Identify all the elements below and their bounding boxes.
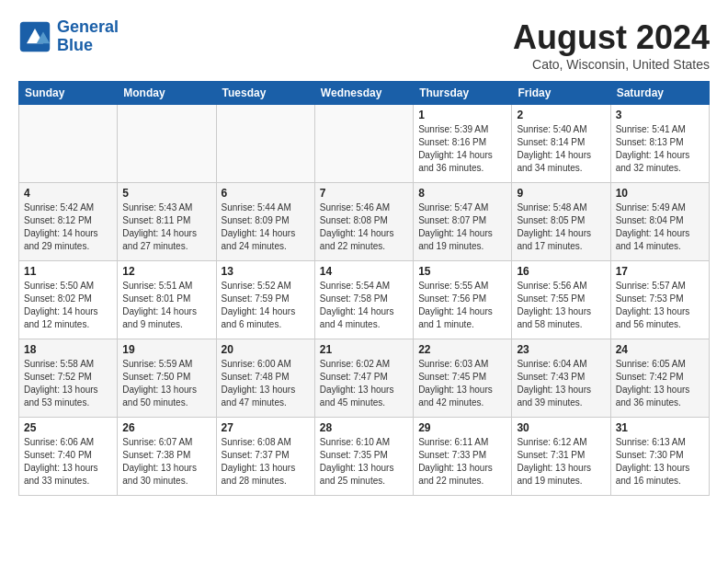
calendar-cell: 16Sunrise: 5:56 AM Sunset: 7:55 PM Dayli… (512, 261, 610, 339)
day-number: 19 (122, 343, 210, 356)
day-number: 11 (24, 265, 112, 278)
day-number: 7 (320, 187, 408, 200)
calendar-cell: 11Sunrise: 5:50 AM Sunset: 8:02 PM Dayli… (19, 261, 118, 339)
calendar-cell: 20Sunrise: 6:00 AM Sunset: 7:48 PM Dayli… (216, 339, 314, 418)
calendar-cell: 9Sunrise: 5:48 AM Sunset: 8:05 PM Daylig… (512, 183, 610, 261)
day-info: Sunrise: 5:42 AM Sunset: 8:12 PM Dayligh… (24, 201, 112, 253)
day-number: 10 (616, 187, 704, 200)
day-number: 1 (418, 109, 506, 121)
day-info: Sunrise: 6:12 AM Sunset: 7:31 PM Dayligh… (517, 436, 605, 488)
day-number: 29 (418, 421, 506, 434)
day-info: Sunrise: 6:10 AM Sunset: 7:35 PM Dayligh… (320, 436, 408, 488)
calendar-cell: 29Sunrise: 6:11 AM Sunset: 7:33 PM Dayli… (414, 418, 512, 496)
day-number: 15 (418, 265, 506, 278)
day-info: Sunrise: 5:43 AM Sunset: 8:11 PM Dayligh… (122, 201, 210, 253)
calendar-cell: 7Sunrise: 5:46 AM Sunset: 8:08 PM Daylig… (314, 183, 413, 261)
day-number: 4 (24, 187, 112, 200)
day-info: Sunrise: 5:41 AM Sunset: 8:13 PM Dayligh… (616, 123, 704, 175)
day-info: Sunrise: 5:44 AM Sunset: 8:09 PM Dayligh… (222, 201, 310, 253)
logo: General Blue (18, 18, 119, 55)
weekday-header-friday: Friday (512, 82, 610, 105)
day-info: Sunrise: 6:00 AM Sunset: 7:48 PM Dayligh… (222, 358, 310, 409)
day-info: Sunrise: 5:48 AM Sunset: 8:05 PM Dayligh… (517, 201, 605, 253)
day-number: 5 (122, 187, 210, 200)
day-info: Sunrise: 6:03 AM Sunset: 7:45 PM Dayligh… (418, 358, 506, 409)
day-number: 24 (616, 343, 704, 356)
day-info: Sunrise: 6:05 AM Sunset: 7:42 PM Dayligh… (616, 358, 704, 409)
day-info: Sunrise: 5:55 AM Sunset: 7:56 PM Dayligh… (418, 280, 506, 331)
calendar-cell (216, 105, 314, 183)
logo-line2: Blue (57, 36, 93, 54)
calendar-cell: 5Sunrise: 5:43 AM Sunset: 8:11 PM Daylig… (118, 183, 216, 261)
weekday-header-thursday: Thursday (414, 82, 512, 105)
location: Cato, Wisconsin, United States (513, 57, 710, 72)
day-number: 30 (517, 421, 605, 434)
day-info: Sunrise: 5:50 AM Sunset: 8:02 PM Dayligh… (24, 280, 112, 331)
day-number: 13 (222, 265, 310, 278)
day-number: 25 (24, 421, 112, 434)
day-info: Sunrise: 5:59 AM Sunset: 7:50 PM Dayligh… (122, 358, 210, 409)
calendar-cell: 24Sunrise: 6:05 AM Sunset: 7:42 PM Dayli… (610, 339, 709, 418)
calendar-cell (19, 105, 118, 183)
calendar-cell: 30Sunrise: 6:12 AM Sunset: 7:31 PM Dayli… (512, 418, 610, 496)
calendar-cell: 19Sunrise: 5:59 AM Sunset: 7:50 PM Dayli… (118, 339, 216, 418)
month-year: August 2024 (513, 18, 710, 57)
calendar-cell: 3Sunrise: 5:41 AM Sunset: 8:13 PM Daylig… (610, 105, 709, 183)
calendar-cell: 10Sunrise: 5:49 AM Sunset: 8:04 PM Dayli… (610, 183, 709, 261)
day-info: Sunrise: 5:39 AM Sunset: 8:16 PM Dayligh… (418, 123, 506, 175)
calendar-cell: 21Sunrise: 6:02 AM Sunset: 7:47 PM Dayli… (314, 339, 413, 418)
day-number: 20 (222, 343, 310, 356)
day-number: 17 (616, 265, 704, 278)
day-number: 16 (517, 265, 605, 278)
day-number: 22 (418, 343, 506, 356)
page-header: General Blue August 2024 Cato, Wisconsin… (18, 18, 710, 72)
calendar-cell: 13Sunrise: 5:52 AM Sunset: 7:59 PM Dayli… (216, 261, 314, 339)
day-info: Sunrise: 6:11 AM Sunset: 7:33 PM Dayligh… (418, 436, 506, 488)
weekday-header-tuesday: Tuesday (216, 82, 314, 105)
calendar-cell: 15Sunrise: 5:55 AM Sunset: 7:56 PM Dayli… (414, 261, 512, 339)
day-info: Sunrise: 5:46 AM Sunset: 8:08 PM Dayligh… (320, 201, 408, 253)
calendar-cell: 18Sunrise: 5:58 AM Sunset: 7:52 PM Dayli… (19, 339, 118, 418)
day-info: Sunrise: 5:57 AM Sunset: 7:53 PM Dayligh… (616, 280, 704, 331)
day-number: 14 (320, 265, 408, 278)
calendar-cell: 17Sunrise: 5:57 AM Sunset: 7:53 PM Dayli… (610, 261, 709, 339)
day-info: Sunrise: 6:08 AM Sunset: 7:37 PM Dayligh… (222, 436, 310, 488)
day-number: 23 (517, 343, 605, 356)
day-info: Sunrise: 6:13 AM Sunset: 7:30 PM Dayligh… (616, 436, 704, 488)
day-number: 31 (616, 421, 704, 434)
day-info: Sunrise: 5:47 AM Sunset: 8:07 PM Dayligh… (418, 201, 506, 253)
day-info: Sunrise: 5:40 AM Sunset: 8:14 PM Dayligh… (517, 123, 605, 175)
calendar-cell: 12Sunrise: 5:51 AM Sunset: 8:01 PM Dayli… (118, 261, 216, 339)
calendar-table: SundayMondayTuesdayWednesdayThursdayFrid… (18, 81, 710, 496)
day-info: Sunrise: 6:07 AM Sunset: 7:38 PM Dayligh… (122, 436, 210, 488)
calendar-cell: 25Sunrise: 6:06 AM Sunset: 7:40 PM Dayli… (19, 418, 118, 496)
day-info: Sunrise: 5:54 AM Sunset: 7:58 PM Dayligh… (320, 280, 408, 331)
day-info: Sunrise: 6:04 AM Sunset: 7:43 PM Dayligh… (517, 358, 605, 409)
weekday-header-monday: Monday (118, 82, 216, 105)
day-info: Sunrise: 5:49 AM Sunset: 8:04 PM Dayligh… (616, 201, 704, 253)
calendar-cell: 22Sunrise: 6:03 AM Sunset: 7:45 PM Dayli… (414, 339, 512, 418)
day-number: 3 (616, 109, 704, 121)
day-number: 9 (517, 187, 605, 200)
day-number: 28 (320, 421, 408, 434)
calendar-cell: 6Sunrise: 5:44 AM Sunset: 8:09 PM Daylig… (216, 183, 314, 261)
logo-icon (18, 20, 51, 53)
logo-line1: General (57, 17, 119, 36)
calendar-cell: 31Sunrise: 6:13 AM Sunset: 7:30 PM Dayli… (610, 418, 709, 496)
day-info: Sunrise: 5:51 AM Sunset: 8:01 PM Dayligh… (122, 280, 210, 331)
day-number: 2 (517, 109, 605, 121)
day-number: 12 (122, 265, 210, 278)
day-info: Sunrise: 6:06 AM Sunset: 7:40 PM Dayligh… (24, 436, 112, 488)
calendar-cell (118, 105, 216, 183)
day-number: 27 (222, 421, 310, 434)
calendar-cell: 4Sunrise: 5:42 AM Sunset: 8:12 PM Daylig… (19, 183, 118, 261)
weekday-header-sunday: Sunday (19, 82, 118, 105)
calendar-cell: 2Sunrise: 5:40 AM Sunset: 8:14 PM Daylig… (512, 105, 610, 183)
calendar-cell: 23Sunrise: 6:04 AM Sunset: 7:43 PM Dayli… (512, 339, 610, 418)
calendar-cell: 27Sunrise: 6:08 AM Sunset: 7:37 PM Dayli… (216, 418, 314, 496)
day-info: Sunrise: 5:58 AM Sunset: 7:52 PM Dayligh… (24, 358, 112, 409)
day-number: 18 (24, 343, 112, 356)
calendar-cell: 28Sunrise: 6:10 AM Sunset: 7:35 PM Dayli… (314, 418, 413, 496)
calendar-cell: 8Sunrise: 5:47 AM Sunset: 8:07 PM Daylig… (414, 183, 512, 261)
weekday-header-saturday: Saturday (610, 82, 709, 105)
